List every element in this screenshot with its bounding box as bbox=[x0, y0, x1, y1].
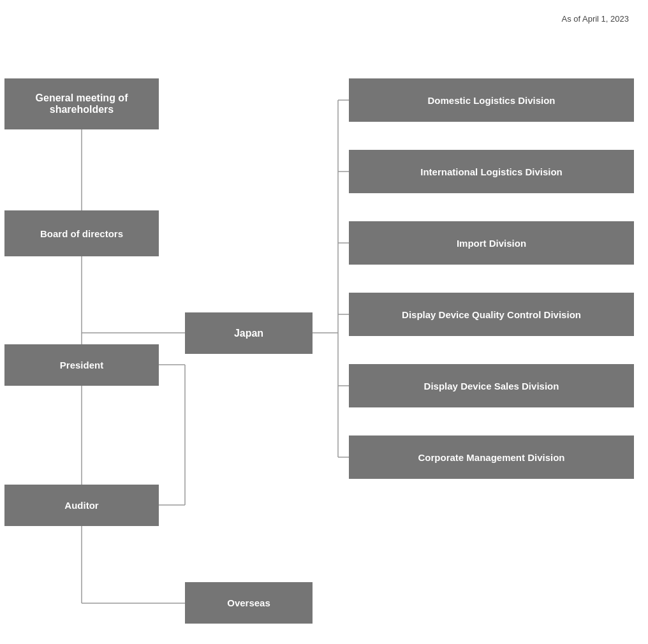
president-box: President bbox=[4, 344, 159, 386]
corporate-management-box: Corporate Management Division bbox=[349, 435, 634, 479]
board-of-directors-box: Board of directors bbox=[4, 210, 159, 256]
date-label: As of April 1, 2023 bbox=[561, 14, 629, 24]
org-chart: General meeting of shareholders Board of… bbox=[0, 38, 648, 638]
overseas-box: Overseas bbox=[185, 582, 313, 624]
japan-box: Japan bbox=[185, 312, 313, 354]
display-device-quality-box: Display Device Quality Control Division bbox=[349, 293, 634, 336]
domestic-logistics-box: Domestic Logistics Division bbox=[349, 78, 634, 122]
display-device-sales-box: Display Device Sales Division bbox=[349, 364, 634, 407]
import-division-box: Import Division bbox=[349, 221, 634, 265]
general-meeting-box: General meeting of shareholders bbox=[4, 78, 159, 129]
auditor-box: Auditor bbox=[4, 485, 159, 526]
international-logistics-box: International Logistics Division bbox=[349, 150, 634, 193]
